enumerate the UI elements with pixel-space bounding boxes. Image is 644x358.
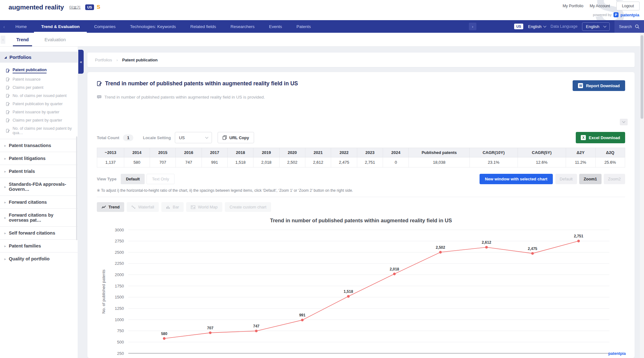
collapse-panel-button[interactable] (620, 119, 628, 125)
document-edit-icon (6, 110, 10, 114)
svg-text:2250: 2250 (115, 261, 124, 266)
svg-text:2500: 2500 (115, 250, 124, 255)
chart-tab-create-custom-chart[interactable]: Create custom chart (225, 202, 271, 212)
sidebar-group-forward-citations[interactable]: ▸Forward citations (0, 196, 78, 208)
trend-line-chart[interactable]: 2505007501000125015001750200022502500275… (97, 225, 625, 358)
chart-title: Trend in number of published patents wit… (97, 218, 625, 224)
zoom-zoom1-button[interactable]: Zoom1 (579, 174, 602, 184)
page-scrollbar-thumb[interactable] (641, 35, 643, 119)
page-scrollbar[interactable] (640, 33, 644, 358)
sidebar-group-patent-litigations[interactable]: ▸Patent litigations (0, 152, 78, 165)
chart-tab-trend[interactable]: Trend (97, 202, 124, 212)
subtab-back-icon[interactable]: ‹ (1, 36, 5, 44)
content-card: Trend in number of published patents wit… (87, 72, 635, 358)
table-cell-2024: 0 (383, 157, 409, 168)
tab-evaluation[interactable]: Evaluation (36, 33, 74, 46)
url-copy-button[interactable]: URL Copy (218, 132, 254, 143)
sidebar-item-claims-per-patent[interactable]: Claims per patent (6, 83, 76, 92)
patentpia-app: S augmented reality 더보기 US S My Portfoli… (0, 0, 644, 358)
nav-item-researchers[interactable]: Researchers (223, 20, 262, 33)
nav-country-badge[interactable]: US (514, 24, 523, 29)
sidebar-item-patent-publication[interactable]: Patent publication (6, 66, 76, 75)
caret-right-icon: ▸ (4, 170, 6, 173)
chart-tab-bar[interactable]: Bar (161, 202, 184, 212)
svg-text:2,612: 2,612 (482, 240, 491, 245)
page-title-text: Trend in number of published patents wit… (105, 80, 298, 87)
new-window-button[interactable]: New window with selected chart (480, 174, 553, 184)
copy-icon (223, 135, 227, 140)
page-description: Trend in number of published patents wit… (97, 95, 625, 99)
view-type-text-only-button[interactable]: Text Only (147, 174, 174, 184)
nav-item-trend-evaluation[interactable]: Trend & Evaluation (34, 20, 87, 33)
table-cell-2023: 2,751 (357, 157, 383, 168)
my-account-link[interactable]: My Account (590, 4, 610, 8)
sidebar-scrollbar[interactable] (76, 136, 77, 240)
card-header: Trend in number of published patents wit… (97, 80, 625, 132)
more-link[interactable]: 더보기 (69, 5, 80, 10)
ui-language-dropdown[interactable]: English (528, 24, 546, 29)
page-title: Trend in number of published patents wit… (97, 80, 298, 87)
nav-item-events[interactable]: Events (262, 20, 289, 33)
nav-item-technologies-keywords[interactable]: Technologies: Keywords (123, 20, 183, 33)
sidebar-group-patent-transactions[interactable]: ▸Patent transactions (0, 139, 78, 152)
sidebar-item-label: Patent publication (13, 68, 47, 73)
view-type-default-button[interactable]: Default (121, 174, 145, 184)
nav-back-icon[interactable]: ‹ (0, 20, 8, 33)
locale-select[interactable]: US (175, 132, 212, 143)
data-language-select[interactable]: English (582, 22, 610, 31)
sidebar-item-patent-publication-by-quarter[interactable]: Patent publication by quarter (6, 100, 76, 108)
svg-text:750: 750 (117, 328, 124, 333)
zoom-default-button[interactable]: Default (555, 174, 577, 184)
svg-text:No. of published patents: No. of published patents (101, 269, 106, 314)
view-type-buttons: DefaultText Only (121, 174, 174, 184)
table-cell-2y: 11.2% (566, 157, 595, 168)
nav-item-related-fields[interactable]: Related fields (183, 20, 223, 33)
controls-row: Total Count 1 Locale Setting US URL Copy… (97, 132, 625, 143)
sidebar-item-no-of-claims-per-issued-patent[interactable]: No. of claims per issued patent (6, 92, 76, 100)
stats-table-header: ~201320142015201620172018201920202021202… (97, 148, 625, 157)
nav-item-home[interactable]: Home (8, 20, 34, 33)
nav-item-companies[interactable]: Companies (87, 20, 123, 33)
sidebar-item-no-of-claims-per-issued-patent-by-qua[interactable]: No. of claims per issued patent by qua… (6, 124, 76, 137)
sidebar-group-quality-of-portfolio[interactable]: ▸Quality of portfolio (0, 252, 78, 265)
table-cell-2q: 25.6% (595, 157, 625, 168)
nav-forward-icon[interactable]: › (469, 23, 476, 30)
svg-text:250: 250 (117, 351, 124, 356)
my-portfolio-link[interactable]: My Portfolio (563, 4, 583, 8)
table-col-2021: 2021 (305, 148, 331, 157)
portfolio-items: Patent publicationPatent issuanceClaims … (0, 63, 78, 139)
sidebar-item-patent-issuance[interactable]: Patent issuance (6, 75, 76, 83)
zoom-zoom2-button[interactable]: Zoom2 (604, 174, 625, 184)
chart-panel: Trend in number of published patents wit… (97, 218, 625, 358)
view-type-row: View Type DefaultText Only New window wi… (97, 174, 625, 184)
sidebar-group-self-forward-citations[interactable]: ▸Self forward citations (0, 226, 78, 239)
sidebar-group-patent-families[interactable]: ▸Patent families (0, 239, 78, 252)
sidebar-item-claims-per-patent-by-quarter[interactable]: Claims per patent by quarter (6, 116, 76, 124)
main-nav: ‹ HomeTrend & EvaluationCompaniesTechnol… (0, 20, 644, 33)
sidebar-section-portfolios[interactable]: ◢ Portfolios (0, 52, 78, 63)
tab-trend[interactable]: Trend (8, 33, 36, 46)
svg-text:2,018: 2,018 (390, 267, 399, 271)
report-download-button[interactable]: W Report Download (573, 80, 625, 91)
sidebar-group-standards-fda-approvals-govern[interactable]: ▸Standards-FDA approvals-Govern… (0, 178, 78, 196)
word-file-icon: W (578, 83, 583, 88)
patentpia-footer-link[interactable]: patentpia (608, 351, 626, 356)
table-cell-2018: 1,518 (228, 157, 253, 168)
sidebar-group-forward-citations-by-overseas-pat[interactable]: ▸Forward citations by overseas pat… (0, 208, 78, 226)
sidebar-item-label: Claims per patent by quarter (13, 118, 62, 122)
chart-tab-waterfall[interactable]: Waterfall (127, 202, 159, 212)
svg-text:2,475: 2,475 (528, 247, 537, 251)
nav-item-patents[interactable]: Patents (289, 20, 318, 33)
chart-tab-label: Create custom chart (230, 205, 266, 209)
chart-tab-world-map[interactable]: World Map (186, 202, 222, 212)
grade-badge: S (97, 4, 100, 10)
sidebar-item-patent-issuance-by-quarter[interactable]: Patent issuance by quarter (6, 108, 76, 116)
stats-table: ~201320142015201620172018201920202021202… (97, 148, 625, 168)
portfolio-groups: ▸Patent transactions▸Patent litigations▸… (0, 139, 78, 265)
search-box[interactable]: Search (614, 20, 644, 33)
logout-button[interactable]: Logout (616, 2, 640, 10)
sidebar-collapse-button[interactable]: « (78, 50, 84, 74)
sidebar-group-patent-trials[interactable]: ▸Patent trials (0, 165, 78, 178)
excel-download-button[interactable]: X Excel Download (576, 132, 625, 143)
breadcrumb-portfolios[interactable]: Portfolios (95, 58, 112, 62)
